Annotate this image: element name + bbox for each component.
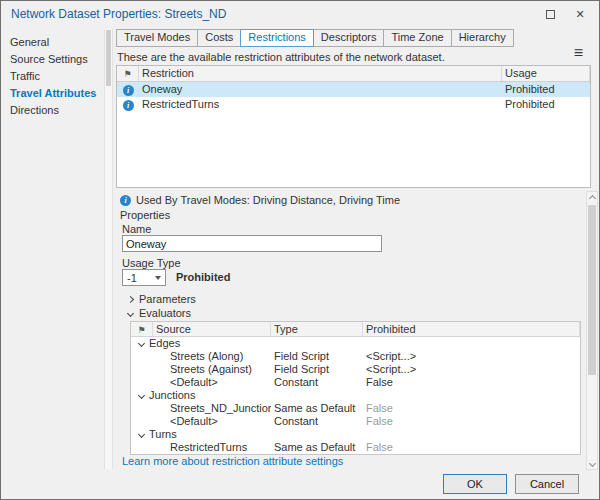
column-header-source[interactable]: Source — [153, 322, 271, 336]
evaluator-type: Constant — [271, 415, 363, 428]
evaluator-row[interactable]: Streets (Against) Field Script <Script..… — [131, 363, 580, 376]
restrictions-description: These are the available restriction attr… — [117, 51, 445, 63]
sidebar-scrollbar[interactable] — [104, 29, 113, 469]
ok-button[interactable]: OK — [443, 474, 507, 494]
info-icon: i — [120, 195, 131, 206]
evaluator-type: Same as Default — [271, 441, 363, 454]
info-icon: i — [123, 85, 134, 96]
maximize-icon — [546, 10, 555, 19]
usage-type-label: Usage Type — [122, 257, 181, 269]
tab-costs[interactable]: Costs — [197, 29, 241, 47]
tab-travel-modes[interactable]: Travel Modes — [116, 29, 198, 47]
chevron-right-icon — [127, 295, 134, 302]
evaluator-source: Streets (Along) — [153, 350, 271, 363]
evaluator-value: False — [363, 441, 580, 454]
parameters-expander[interactable]: Parameters — [128, 293, 196, 305]
restrictions-table-header: ⚑ Restriction Usage — [117, 66, 590, 82]
evaluator-value: False — [363, 402, 580, 415]
flag-icon: ⚑ — [131, 322, 153, 336]
restriction-row-oneway[interactable]: i Oneway Prohibited — [117, 82, 590, 97]
row-icon-cell — [131, 363, 153, 376]
travel-attributes-panel: Travel Modes Costs Restrictions Descript… — [114, 27, 599, 471]
learn-more-link[interactable]: Learn more about restriction attribute s… — [122, 455, 343, 467]
sidebar-item-travel-attributes[interactable]: Travel Attributes — [1, 85, 104, 102]
flag-glyph: ⚑ — [123, 69, 131, 79]
parameters-label: Parameters — [139, 293, 196, 305]
scroll-up-button[interactable] — [587, 192, 597, 204]
tab-time-zone[interactable]: Time Zone — [383, 29, 451, 47]
maximize-button[interactable] — [535, 4, 565, 24]
used-by-travel-modes: i Used By Travel Modes: Driving Distance… — [120, 193, 400, 206]
evaluators-table-header: ⚑ Source Type Prohibited — [131, 322, 580, 337]
restriction-name: RestrictedTurns — [139, 97, 502, 112]
evaluator-row[interactable]: <Default> Constant False — [131, 415, 580, 428]
evaluator-row[interactable]: Streets (Along) Field Script <Script...> — [131, 350, 580, 363]
row-icon-cell — [131, 402, 153, 415]
tab-restrictions[interactable]: Restrictions — [240, 29, 313, 47]
chevron-up-icon — [588, 194, 595, 201]
row-icon-cell — [131, 376, 153, 389]
row-icon-cell — [131, 415, 153, 428]
evaluator-type: Same as Default — [271, 402, 363, 415]
sidebar-item-traffic[interactable]: Traffic — [1, 68, 104, 85]
column-header-usage[interactable]: Usage — [502, 66, 590, 81]
restriction-usage: Prohibited — [502, 82, 590, 97]
group-row-edges[interactable]: Edges — [131, 337, 580, 350]
group-label: Turns — [149, 428, 177, 441]
group-row-turns[interactable]: Turns — [131, 428, 580, 441]
properties-scrollbar[interactable] — [586, 191, 598, 470]
chevron-down-icon — [588, 459, 595, 466]
chevron-down-icon — [138, 340, 145, 347]
column-header-type[interactable]: Type — [271, 322, 363, 336]
sidebar-scrollbar-thumb[interactable] — [106, 30, 111, 86]
evaluator-value: False — [363, 415, 580, 428]
menu-button[interactable]: ≡ — [574, 45, 583, 61]
scroll-down-button[interactable] — [587, 457, 597, 469]
evaluator-source: <Default> — [153, 415, 271, 428]
window-controls: ✕ — [535, 4, 595, 24]
chevron-down-icon — [127, 309, 134, 316]
evaluator-row[interactable]: <Default> Constant False — [131, 376, 580, 389]
cancel-button[interactable]: Cancel — [515, 474, 579, 494]
restriction-row-restrictedturns[interactable]: i RestrictedTurns Prohibited — [117, 97, 590, 112]
column-header-prohibited[interactable]: Prohibited — [363, 322, 580, 336]
restriction-name: Oneway — [139, 82, 502, 97]
tab-descriptors[interactable]: Descriptors — [313, 29, 385, 47]
info-icon: i — [123, 100, 134, 111]
chevron-down-icon — [138, 431, 145, 438]
sidebar-item-directions[interactable]: Directions — [1, 102, 104, 119]
evaluator-type: Constant — [271, 376, 363, 389]
tab-strip: Travel Modes Costs Restrictions Descript… — [116, 29, 513, 47]
evaluator-row[interactable]: RestrictedTurns Same as Default False — [131, 441, 580, 454]
evaluator-row[interactable]: Streets_ND_Junctions Same as Default Fal… — [131, 402, 580, 415]
sidebar-item-general[interactable]: General — [1, 34, 104, 51]
evaluators-label: Evaluators — [139, 307, 191, 319]
evaluator-source: Streets (Against) — [153, 363, 271, 376]
group-row-junctions[interactable]: Junctions — [131, 389, 580, 402]
chevron-down-icon — [138, 392, 145, 399]
name-field[interactable] — [122, 235, 382, 252]
sidebar-item-source-settings[interactable]: Source Settings — [1, 51, 104, 68]
evaluators-table: ⚑ Source Type Prohibited Edges Streets (… — [130, 321, 581, 455]
evaluator-value: <Script...> — [363, 363, 580, 376]
column-header-restriction[interactable]: Restriction — [139, 66, 502, 81]
row-icon-cell: i — [117, 97, 139, 112]
used-by-text: Used By Travel Modes: Driving Distance, … — [136, 194, 400, 206]
chevron-down-icon — [155, 276, 161, 280]
evaluators-expander[interactable]: Evaluators — [128, 307, 191, 319]
tab-hierarchy[interactable]: Hierarchy — [451, 29, 514, 47]
scrollbar-thumb[interactable] — [588, 205, 596, 375]
properties-section: Properties Name Usage Type -1 Prohibited… — [116, 209, 583, 471]
restriction-usage: Prohibited — [502, 97, 590, 112]
evaluator-value: False — [363, 376, 580, 389]
row-icon-cell: i — [117, 82, 139, 97]
evaluator-value: <Script...> — [363, 350, 580, 363]
titlebar: Network Dataset Properties: Streets_ND ✕ — [1, 1, 599, 27]
usage-type-value: -1 — [127, 272, 137, 284]
close-button[interactable]: ✕ — [565, 4, 595, 24]
usage-type-select[interactable]: -1 — [122, 269, 166, 286]
flag-icon: ⚑ — [117, 66, 139, 81]
sidebar: General Source Settings Traffic Travel A… — [1, 27, 104, 469]
usage-type-text: Prohibited — [176, 271, 230, 283]
row-icon-cell — [131, 350, 153, 363]
